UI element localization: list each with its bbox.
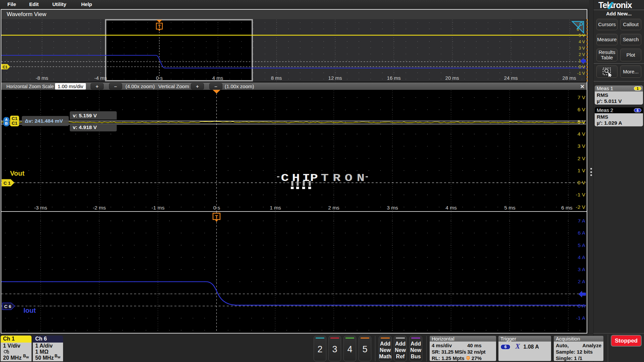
svg-text:-2 ms: -2 ms xyxy=(93,205,106,210)
svg-text:T: T xyxy=(158,24,161,29)
svg-text:-8 ms: -8 ms xyxy=(36,75,48,81)
svg-text:6 A: 6 A xyxy=(578,230,586,236)
svg-text:C 6: C 6 xyxy=(4,304,11,309)
svg-text:24 ms: 24 ms xyxy=(504,75,518,81)
svg-text:6 V: 6 V xyxy=(578,107,586,112)
svg-text:-1 V: -1 V xyxy=(576,192,586,197)
svg-text:5 V: 5 V xyxy=(579,33,585,38)
svg-text:3 ms: 3 ms xyxy=(387,205,398,210)
svg-text:2 V: 2 V xyxy=(578,156,586,161)
svg-text:4 ms: 4 ms xyxy=(212,75,223,81)
svg-text:4 V: 4 V xyxy=(579,40,585,44)
svg-text:0 V: 0 V xyxy=(579,65,585,69)
svg-text:3 A: 3 A xyxy=(578,266,586,272)
svg-text:8 ms: 8 ms xyxy=(271,75,282,81)
svg-text:T: T xyxy=(321,173,329,184)
svg-text:4 V: 4 V xyxy=(578,131,586,137)
svg-text:7 A: 7 A xyxy=(578,218,586,224)
svg-text:P: P xyxy=(310,173,318,184)
svg-text:3 V: 3 V xyxy=(579,46,585,51)
svg-text:5 V: 5 V xyxy=(578,119,586,125)
svg-text:C 1: C 1 xyxy=(3,181,11,186)
svg-text:T: T xyxy=(467,357,469,360)
svg-text:R: R xyxy=(333,173,341,184)
svg-text:12 ms: 12 ms xyxy=(328,75,342,81)
svg-text:6 ms: 6 ms xyxy=(561,205,573,210)
svg-text:0 V: 0 V xyxy=(578,180,586,185)
svg-text:Vout: Vout xyxy=(10,170,24,177)
svg-text:3 V: 3 V xyxy=(578,143,586,149)
svg-text:C: C xyxy=(281,173,289,184)
svg-text:1 ms: 1 ms xyxy=(270,205,281,210)
svg-text:N: N xyxy=(357,173,365,184)
svg-text:-1 V: -1 V xyxy=(577,71,585,76)
svg-text:16 ms: 16 ms xyxy=(387,75,401,81)
svg-text:4 ms: 4 ms xyxy=(445,205,457,210)
svg-text:2 ms: 2 ms xyxy=(328,205,339,210)
svg-text:-1 ms: -1 ms xyxy=(152,205,165,210)
svg-text:5 A: 5 A xyxy=(578,242,586,248)
svg-text:Iout: Iout xyxy=(23,307,36,314)
svg-text:-2 V: -2 V xyxy=(576,204,586,210)
svg-text:4 A: 4 A xyxy=(578,254,586,260)
svg-text:28 ms: 28 ms xyxy=(562,75,576,81)
svg-text:0 s: 0 s xyxy=(156,75,163,81)
svg-text:-4 ms: -4 ms xyxy=(94,75,107,81)
svg-text:T: T xyxy=(215,214,218,220)
svg-text:5 ms: 5 ms xyxy=(504,205,516,210)
svg-text:2 A: 2 A xyxy=(578,279,586,284)
svg-text:0 A: 0 A xyxy=(578,303,586,309)
svg-text:1 V: 1 V xyxy=(578,168,586,173)
svg-text:2 V: 2 V xyxy=(579,52,585,57)
svg-text:7 V: 7 V xyxy=(578,95,586,100)
svg-text:-3 ms: -3 ms xyxy=(34,205,47,210)
svg-text:O: O xyxy=(345,173,353,184)
svg-text:C1: C1 xyxy=(3,65,7,69)
svg-text:20 ms: 20 ms xyxy=(445,75,459,81)
svg-text:-1 A: -1 A xyxy=(576,315,585,321)
svg-text:0 s: 0 s xyxy=(213,205,220,210)
